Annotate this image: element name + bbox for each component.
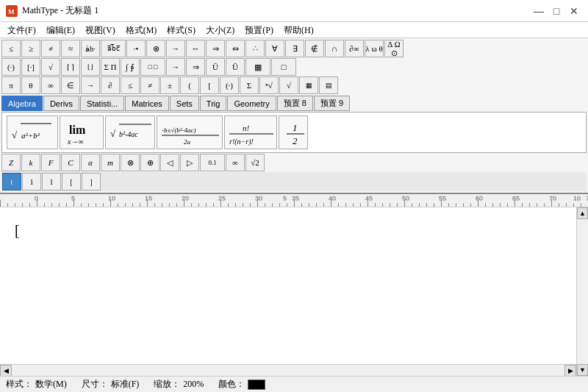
sym-partial2[interactable]: ∂∞ bbox=[345, 40, 364, 57]
tmpl-binomial[interactable]: n! r!(n−r)! bbox=[224, 115, 277, 149]
sym-mat2[interactable]: ▤ bbox=[319, 76, 338, 94]
maximize-button[interactable]: □ bbox=[548, 3, 564, 19]
ssym-m[interactable]: m bbox=[101, 154, 120, 171]
close-button[interactable]: ✕ bbox=[566, 3, 582, 19]
sym-abc-bar[interactable]: a̅b̅c̅ bbox=[101, 40, 126, 57]
ssym-Z[interactable]: Z bbox=[1, 154, 21, 171]
fmt-rbr[interactable]: ] bbox=[82, 173, 101, 190]
sym-grid[interactable]: ▦ bbox=[245, 58, 270, 76]
scroll-up-button[interactable]: ▲ bbox=[577, 207, 588, 219]
sym-sqrt2[interactable]: √ bbox=[279, 76, 298, 94]
sym-lparen2[interactable]: ( bbox=[180, 76, 199, 94]
sym-sigma[interactable]: Σ Π bbox=[101, 58, 120, 76]
ssym-tri-r[interactable]: ▷ bbox=[180, 154, 199, 171]
tab-Geometry[interactable]: Geometry bbox=[227, 96, 276, 111]
ssym-k[interactable]: k bbox=[21, 154, 40, 171]
fmt-t[interactable]: t bbox=[2, 173, 21, 190]
scroll-left-button[interactable]: ◀ bbox=[0, 365, 12, 376]
fmt-11[interactable]: 1 bbox=[42, 173, 61, 190]
sym-delta[interactable]: Δ Ω ⊙ bbox=[384, 40, 404, 57]
ssym-oplus[interactable]: ⊕ bbox=[140, 154, 159, 171]
tab-预置-8[interactable]: 预置 8 bbox=[277, 96, 313, 111]
menu-item-视图V[interactable]: 视图(V) bbox=[81, 24, 120, 36]
scroll-right-button[interactable]: ▶ bbox=[564, 365, 576, 376]
sym-approx[interactable]: ≈ bbox=[61, 40, 80, 57]
sym-partial[interactable]: ∂ bbox=[101, 76, 120, 94]
menu-item-预置P[interactable]: 预置(P) bbox=[240, 24, 278, 36]
ssym-alpha[interactable]: α bbox=[81, 154, 100, 171]
ssym-otimes2[interactable]: ⊗ bbox=[121, 154, 140, 171]
sym-otimes[interactable]: ⊗ bbox=[146, 40, 165, 57]
sym-theta[interactable]: θ bbox=[21, 76, 40, 94]
minimize-button[interactable]: — bbox=[531, 3, 547, 19]
sym-arr-r[interactable]: → bbox=[166, 58, 185, 76]
tmpl-sqrt-sum[interactable]: √ a²+b² bbox=[7, 115, 58, 149]
sym-u-hat[interactable]: Û bbox=[226, 58, 245, 76]
sym-lrarr[interactable]: ↔ bbox=[186, 40, 205, 57]
sym-hArr[interactable]: ⇔ bbox=[226, 40, 245, 57]
sym-sqrt[interactable]: √ bbox=[41, 58, 60, 76]
tmpl-limit[interactable]: lim x→∞ bbox=[60, 115, 104, 149]
sym-lparen3[interactable]: (·) bbox=[220, 76, 239, 94]
sym-geq[interactable]: ≥ bbox=[21, 40, 40, 57]
ssym-inf[interactable]: ∞ bbox=[226, 154, 245, 171]
sym-ne[interactable]: ≠ bbox=[140, 76, 159, 94]
tab-Sets[interactable]: Sets bbox=[170, 96, 199, 111]
tab-Derivs[interactable]: Derivs bbox=[43, 96, 79, 111]
tmpl-half[interactable]: 1 2 bbox=[279, 115, 308, 149]
sym-rarr[interactable]: → bbox=[166, 40, 185, 57]
ssym-F[interactable]: F bbox=[41, 154, 60, 171]
fmt-lbr[interactable]: [ bbox=[62, 173, 81, 190]
sym-neq[interactable]: ≠ bbox=[41, 40, 60, 57]
sym-lambda[interactable]: λ ω θ bbox=[365, 40, 384, 57]
menu-item-格式M[interactable]: 格式(M) bbox=[121, 24, 162, 36]
sym-infty[interactable]: ∞ bbox=[41, 76, 60, 94]
sym-integral[interactable]: ∫ ∮ bbox=[121, 58, 140, 76]
scroll-track-v[interactable] bbox=[577, 219, 588, 364]
ssym-sqrt2[interactable]: √2 bbox=[245, 154, 265, 171]
tab-Matrices[interactable]: Matrices bbox=[125, 96, 169, 111]
tab-Algebra[interactable]: Algebra bbox=[1, 96, 43, 111]
menu-item-样式S[interactable]: 样式(S) bbox=[162, 24, 200, 36]
sym-forall[interactable]: ∀ bbox=[265, 40, 284, 57]
sym-to[interactable]: → bbox=[81, 76, 100, 94]
sym-le[interactable]: ≤ bbox=[121, 76, 140, 94]
sym-lbracket2[interactable]: [ bbox=[200, 76, 219, 94]
tmpl-quadratic[interactable]: -b±√(b²-4ac) 2a bbox=[157, 115, 223, 149]
sym-mat1[interactable]: ▦ bbox=[299, 76, 318, 94]
menu-item-文件F[interactable]: 文件(F) bbox=[3, 24, 40, 36]
vertical-scrollbar[interactable]: ▲ ▼ bbox=[576, 207, 588, 376]
sym-u-bar[interactable]: Ū bbox=[206, 58, 225, 76]
sym-pm[interactable]: ± bbox=[160, 76, 179, 94]
sym-dot-b[interactable]: ȧb· bbox=[81, 40, 100, 57]
sym-floor[interactable]: ⌊⌋ bbox=[81, 58, 100, 76]
sym-rArr[interactable]: ⇒ bbox=[206, 40, 225, 57]
tmpl-sqrt-discriminant[interactable]: √ b²-4ac bbox=[105, 115, 155, 149]
sym-box[interactable]: □ bbox=[271, 58, 296, 76]
tab-Statisti...[interactable]: Statisti... bbox=[80, 96, 124, 111]
horizontal-scrollbar[interactable]: ◀ ▶ bbox=[0, 364, 576, 376]
sym-nsqrt[interactable]: ⁿ√ bbox=[259, 76, 279, 94]
sym-in[interactable]: ∈ bbox=[61, 76, 80, 94]
scroll-track-h[interactable] bbox=[12, 365, 564, 376]
sym-pi[interactable]: π bbox=[1, 76, 21, 94]
sym-matrix2[interactable]: □ □ bbox=[140, 58, 165, 76]
fmt-1[interactable]: 1 bbox=[22, 173, 41, 190]
tab-Trig[interactable]: Trig bbox=[200, 96, 227, 111]
sym-sum2[interactable]: Σ bbox=[240, 76, 259, 94]
sym-leq[interactable]: ≤ bbox=[1, 40, 21, 57]
sym-cap[interactable]: ∩ bbox=[325, 40, 344, 57]
sym-exists[interactable]: ∃ bbox=[285, 40, 304, 57]
sym-arr-rr[interactable]: ⇒ bbox=[186, 58, 205, 76]
menu-item-编辑E[interactable]: 编辑(E) bbox=[42, 24, 79, 36]
ssym-C[interactable]: C bbox=[61, 154, 80, 171]
scroll-down-button[interactable]: ▼ bbox=[577, 364, 588, 376]
tab-预置-9[interactable]: 预置 9 bbox=[314, 96, 350, 111]
editor-area[interactable]: [ ▲ ▼ ◀ ▶ bbox=[0, 207, 588, 376]
sym-ceil[interactable]: ⌈ ⌉ bbox=[61, 58, 80, 76]
sym-bracket[interactable]: [·] bbox=[21, 58, 40, 76]
sym-notin[interactable]: ∉ bbox=[305, 40, 324, 57]
menu-item-大小Z[interactable]: 大小(Z) bbox=[201, 24, 239, 36]
ssym-01[interactable]: 0.1 bbox=[200, 154, 225, 171]
menu-item-帮助H[interactable]: 帮助(H) bbox=[279, 24, 318, 36]
